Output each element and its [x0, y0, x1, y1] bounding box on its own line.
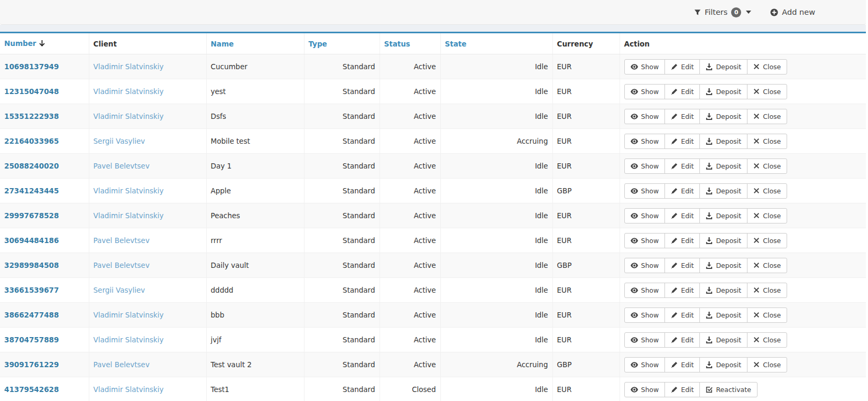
client-link[interactable]: Pavel Belevtsev — [94, 162, 150, 170]
action-button-label: Edit — [681, 212, 694, 220]
deposit-button[interactable]: Deposit — [699, 84, 747, 99]
close-button[interactable]: Close — [747, 109, 787, 124]
client-link[interactable]: Vladimir Slatvinskiy — [94, 87, 164, 96]
deposit-button[interactable]: Deposit — [699, 109, 747, 124]
edit-button[interactable]: Edit — [664, 84, 700, 99]
edit-button[interactable]: Edit — [664, 134, 700, 149]
edit-button[interactable]: Edit — [664, 158, 700, 174]
close-button[interactable]: Close — [747, 283, 787, 298]
close-button[interactable]: Close — [747, 208, 787, 223]
deposit-button[interactable]: Deposit — [699, 307, 747, 323]
client-link[interactable]: Vladimir Slatvinskiy — [94, 186, 164, 195]
show-button[interactable]: Show — [624, 357, 666, 372]
vault-number-link[interactable]: 10698137949 — [4, 62, 59, 71]
vault-status-cell: Active — [380, 79, 440, 104]
client-link[interactable]: Vladimir Slatvinskiy — [94, 335, 164, 344]
deposit-button[interactable]: Deposit — [699, 357, 747, 372]
client-link[interactable]: Sergii Vasyliev — [94, 137, 145, 145]
action-button-label: Edit — [681, 162, 694, 170]
column-header-type[interactable]: Type — [304, 33, 380, 54]
vault-number-link[interactable]: 39091761229 — [4, 360, 59, 369]
action-button-label: Edit — [681, 63, 694, 71]
eye-icon — [631, 263, 638, 268]
edit-button[interactable]: Edit — [664, 307, 700, 323]
vault-number-link[interactable]: 27341243445 — [4, 186, 59, 195]
close-button[interactable]: Close — [747, 332, 787, 348]
column-header-status[interactable]: Status — [380, 33, 440, 54]
close-button[interactable]: Close — [747, 357, 787, 372]
vault-state-cell: Accruing — [440, 129, 552, 154]
filters-dropdown[interactable]: Filters 0 — [694, 7, 751, 17]
show-button[interactable]: Show — [624, 382, 666, 397]
vault-number-link[interactable]: 41379542628 — [4, 385, 59, 394]
close-button[interactable]: Close — [747, 59, 787, 74]
edit-button[interactable]: Edit — [664, 233, 700, 248]
vault-number-link[interactable]: 38704757889 — [4, 335, 59, 344]
close-button[interactable]: Close — [747, 84, 787, 99]
add-new-button[interactable]: Add new — [770, 8, 815, 16]
edit-button[interactable]: Edit — [664, 258, 700, 273]
edit-button[interactable]: Edit — [664, 283, 700, 298]
download-icon — [706, 88, 713, 95]
action-button-group: ShowEditDepositClose — [624, 134, 788, 149]
client-link[interactable]: Pavel Belevtsev — [94, 360, 150, 369]
show-button[interactable]: Show — [624, 158, 666, 174]
client-link[interactable]: Sergii Vasyliev — [94, 286, 145, 294]
show-button[interactable]: Show — [624, 59, 666, 74]
close-button[interactable]: Close — [747, 307, 787, 323]
vault-number-link[interactable]: 29997678528 — [4, 211, 59, 220]
edit-button[interactable]: Edit — [664, 59, 700, 74]
close-button[interactable]: Close — [747, 134, 787, 149]
show-button[interactable]: Show — [624, 84, 666, 99]
deposit-button[interactable]: Deposit — [699, 208, 747, 223]
show-button[interactable]: Show — [624, 183, 666, 199]
column-header-name[interactable]: Name — [206, 33, 304, 54]
deposit-button[interactable]: Deposit — [699, 183, 747, 199]
vault-number-link[interactable]: 38662477488 — [4, 311, 59, 319]
client-link[interactable]: Pavel Belevtsev — [94, 236, 150, 245]
show-button[interactable]: Show — [624, 208, 666, 223]
client-link[interactable]: Vladimir Slatvinskiy — [94, 211, 164, 220]
vault-number-link[interactable]: 12315047048 — [4, 87, 59, 96]
client-link[interactable]: Vladimir Slatvinskiy — [94, 385, 164, 394]
vault-number-link[interactable]: 22164033965 — [4, 137, 59, 145]
deposit-button[interactable]: Deposit — [699, 258, 747, 273]
show-button[interactable]: Show — [624, 307, 666, 323]
edit-button[interactable]: Edit — [664, 382, 700, 397]
deposit-button[interactable]: Deposit — [699, 233, 747, 248]
client-link[interactable]: Vladimir Slatvinskiy — [94, 112, 164, 120]
vault-number-link[interactable]: 32989984508 — [4, 261, 59, 269]
edit-button[interactable]: Edit — [664, 208, 700, 223]
column-header-state[interactable]: State — [440, 33, 552, 54]
client-link[interactable]: Vladimir Slatvinskiy — [94, 62, 164, 71]
vault-number-link[interactable]: 30694484186 — [4, 236, 59, 245]
vault-number-link[interactable]: 15351222938 — [4, 112, 59, 120]
vault-number-link[interactable]: 33661539677 — [4, 286, 59, 294]
close-button[interactable]: Close — [747, 158, 787, 174]
deposit-button[interactable]: Deposit — [699, 134, 747, 149]
close-button[interactable]: Close — [747, 258, 787, 273]
vault-number-link[interactable]: 25088240020 — [4, 162, 59, 170]
deposit-button[interactable]: Deposit — [699, 332, 747, 348]
client-link[interactable]: Vladimir Slatvinskiy — [94, 311, 164, 319]
vault-type-cell: Standard — [304, 328, 380, 352]
show-button[interactable]: Show — [624, 258, 666, 273]
show-button[interactable]: Show — [624, 233, 666, 248]
reactivate-button[interactable]: Reactivate — [699, 382, 757, 397]
close-button[interactable]: Close — [747, 233, 787, 248]
deposit-button[interactable]: Deposit — [699, 283, 747, 298]
vault-state-cell: Idle — [440, 228, 552, 253]
edit-button[interactable]: Edit — [664, 109, 700, 124]
deposit-button[interactable]: Deposit — [699, 59, 747, 74]
show-button[interactable]: Show — [624, 134, 666, 149]
show-button[interactable]: Show — [624, 109, 666, 124]
show-button[interactable]: Show — [624, 332, 666, 348]
edit-button[interactable]: Edit — [664, 183, 700, 199]
edit-button[interactable]: Edit — [664, 357, 700, 372]
client-link[interactable]: Pavel Belevtsev — [94, 261, 150, 269]
show-button[interactable]: Show — [624, 283, 666, 298]
edit-button[interactable]: Edit — [664, 332, 700, 348]
deposit-button[interactable]: Deposit — [699, 158, 747, 174]
close-button[interactable]: Close — [747, 183, 787, 199]
column-header-number[interactable]: Number — [0, 33, 89, 54]
